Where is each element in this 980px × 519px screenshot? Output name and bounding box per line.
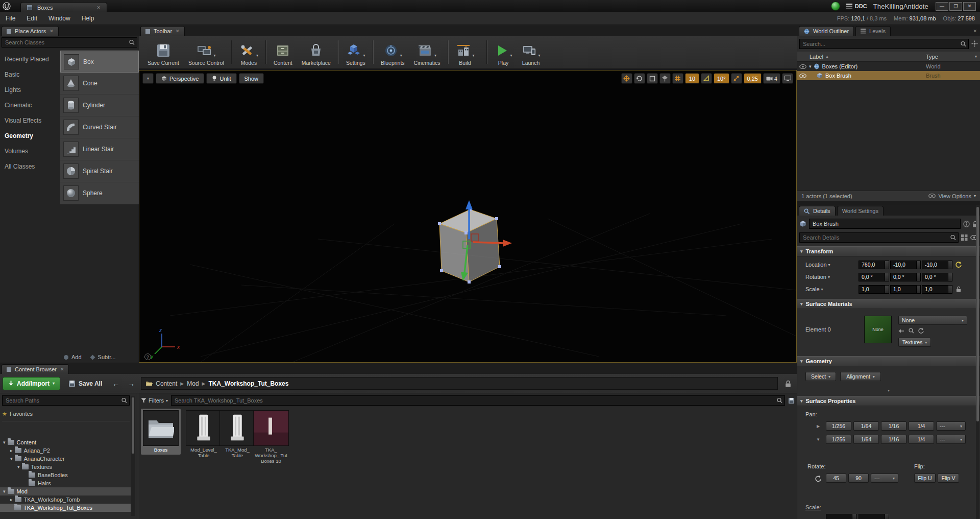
menu-window[interactable]: Window [43,12,76,25]
scrollbar-thumb[interactable] [132,397,134,454]
outliner-search-input[interactable] [799,39,969,49]
actor-item-box[interactable]: Box [60,51,139,73]
cycle-transform-button[interactable] [634,73,645,84]
screenshot-button[interactable] [782,73,793,84]
close-icon[interactable]: ✕ [60,367,64,372]
outliner-settings-icon[interactable] [971,40,978,47]
save-current-button[interactable]: Save Current [143,37,184,67]
category-lights[interactable]: Lights [0,82,60,98]
marketplace-button[interactable]: Marketplace [297,37,335,67]
tab-toolbar[interactable]: Toolbar ✕ [140,26,185,36]
menu-file[interactable]: File [0,12,21,25]
lock-scale-icon[interactable] [956,286,961,292]
pan-v-custom-combobox[interactable]: ---▾ [936,435,966,444]
pan-v-arrow-icon[interactable]: ▼ [816,437,820,442]
reset-to-default-icon[interactable] [955,262,962,268]
build-button[interactable]: ▾ Build [451,37,479,67]
search-classes-input[interactable] [2,37,137,48]
tab-close-icon[interactable]: ✕ [96,5,101,10]
actor-item-cone[interactable]: Cone [60,73,139,95]
category-cinematic[interactable]: Cinematic [0,98,60,113]
dropdown-icon[interactable]: ▾ [510,53,512,58]
expand-arrow-icon[interactable]: ▾ [809,64,812,69]
property-matrix-icon[interactable] [961,234,968,241]
perspective-button[interactable]: Perspective [156,73,204,84]
menu-help[interactable]: Help [76,12,100,25]
launch-button[interactable]: ▾ Launch [517,37,545,67]
panel-splitter[interactable] [797,201,980,205]
sources-scrollbar[interactable] [131,396,135,516]
show-button[interactable]: Show [239,73,264,84]
rotation-z-field[interactable]: 0,0 ° [922,273,952,281]
tab-details[interactable]: Details [799,206,836,216]
tree-item-arianacharacter[interactable]: ▾ArianaCharacter [0,455,131,463]
play-button[interactable]: ▾ Play [490,37,517,67]
type-column[interactable]: Type [926,54,938,60]
dropdown-icon[interactable]: ▾ [400,53,402,58]
flip-u-button[interactable]: Flip U [914,474,936,483]
use-selected-icon[interactable] [898,328,904,334]
window-tab[interactable]: Boxes ✕ [20,2,107,12]
csg-subtract-button[interactable]: Subtr... [90,354,116,360]
search-paths-input[interactable] [2,395,130,406]
pan-u-1-64-button[interactable]: 1/64 [853,421,879,431]
settings-button[interactable]: ▾ Settings [341,37,370,67]
actor-name-input[interactable] [809,219,961,229]
material-thumbnail[interactable]: None [864,316,892,343]
source-control-button[interactable]: ▾ Source Control [184,37,229,67]
actor-item-sphere[interactable]: Sphere [60,182,139,204]
category-basic[interactable]: Basic [0,67,60,82]
pan-v-1-16-button[interactable]: 1/16 [881,435,906,444]
tab-world-settings[interactable]: World Settings [837,206,884,216]
rotate-icon[interactable] [815,475,821,482]
tree-item-ariana-p2[interactable]: ▸Ariana_P2 [0,446,131,455]
scale-snap-value[interactable]: 0,25 [744,73,762,84]
category-volumes[interactable]: Volumes [0,144,60,159]
dropdown-icon[interactable]: ▾ [363,53,365,58]
minimize-button[interactable]: — [936,2,948,11]
tree-item-mod[interactable]: ▾Mod [0,487,131,496]
asset-tile-boxes[interactable]: Boxes [141,409,181,455]
grid-snap-toggle[interactable] [672,73,683,84]
maximize-button[interactable]: ❐ [949,2,962,11]
surface-snap-button[interactable] [659,73,671,84]
close-button[interactable]: ✕ [963,2,976,11]
outliner-column-header[interactable]: Label ▲ Type ▾ [797,52,980,62]
details-scrollbar[interactable] [976,205,979,519]
cinematics-button[interactable]: ▾ Cinematics [409,37,445,67]
reset-icon[interactable] [918,328,924,334]
column-options-icon[interactable]: ▾ [975,54,977,59]
grid-snap-value[interactable]: 10 [685,73,699,84]
geometry-section-header[interactable]: ▾Geometry [797,356,980,366]
surface-properties-section-header[interactable]: ▾Surface Properties [797,396,980,406]
camera-speed-button[interactable]: 4 [763,73,780,84]
transform-section-header[interactable]: ▾Transform [797,246,980,256]
dropdown-icon[interactable]: ▾ [256,53,258,58]
location-z-field[interactable]: -10,0 [922,261,952,269]
tab-world-outliner[interactable]: World Outliner [799,26,854,36]
pan-v-1-4-button[interactable]: 1/4 [909,435,934,444]
breadcrumb-mod[interactable]: Mod [187,380,199,387]
rotation-snap-toggle[interactable] [701,73,712,84]
rotation-label[interactable]: Rotation [805,274,826,280]
scale-snap-toggle[interactable] [731,73,742,84]
outliner-row-box-brush[interactable]: Box Brush Brush [797,71,980,80]
label-column[interactable]: Label [810,54,823,60]
back-arrow-icon[interactable]: ← [110,380,121,388]
unlit-button[interactable]: Unlit [206,73,236,84]
maximize-viewport-button[interactable] [647,73,658,84]
pan-u-arrow-icon[interactable]: ▶ [817,424,820,429]
dropdown-icon[interactable]: ▾ [828,263,830,267]
alignment-button[interactable]: Alignment▾ [840,372,881,381]
dropdown-icon[interactable]: ▾ [538,53,541,58]
ddc-indicator[interactable]: DDC [846,3,867,9]
category-all-classes[interactable]: All Classes [0,159,60,174]
browse-icon[interactable] [909,328,914,334]
tab-place-actors[interactable]: Place Actors ✕ [2,26,59,36]
filters-button[interactable]: Filters ▾ [141,397,168,404]
forward-arrow-icon[interactable]: → [126,380,137,388]
close-icon[interactable]: ✕ [176,29,180,34]
actor-item-spiral-stair[interactable]: Spiral Stair [60,160,139,182]
lock-browser-icon[interactable] [785,380,791,387]
tree-item-basebodies[interactable]: BaseBodies [0,471,131,479]
